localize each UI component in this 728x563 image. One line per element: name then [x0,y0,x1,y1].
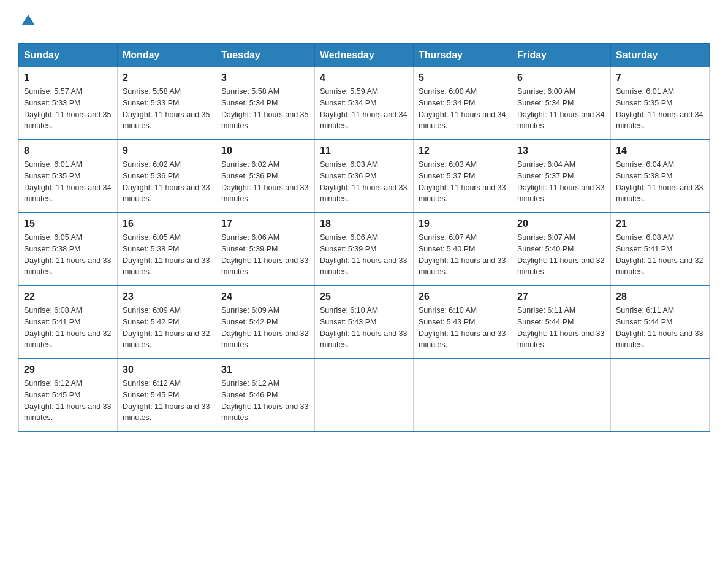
calendar-header-row: SundayMondayTuesdayWednesdayThursdayFrid… [19,44,710,67]
day-info: Sunrise: 6:09 AMSunset: 5:42 PMDaylight:… [221,305,309,351]
day-info: Sunrise: 6:01 AMSunset: 5:35 PMDaylight:… [616,86,704,132]
day-number: 9 [123,145,211,156]
column-header-thursday: Thursday [414,44,512,67]
day-cell [414,359,512,432]
day-number: 21 [616,218,704,229]
day-cell [315,359,414,432]
day-cell: 12Sunrise: 6:03 AMSunset: 5:37 PMDayligh… [414,140,512,213]
day-number: 1 [24,72,112,83]
day-number: 5 [419,72,507,83]
day-cell [512,359,611,432]
day-cell: 26Sunrise: 6:10 AMSunset: 5:43 PMDayligh… [414,286,512,359]
day-cell: 11Sunrise: 6:03 AMSunset: 5:36 PMDayligh… [315,140,414,213]
day-cell: 5Sunrise: 6:00 AMSunset: 5:34 PMDaylight… [414,67,512,140]
day-cell: 21Sunrise: 6:08 AMSunset: 5:41 PMDayligh… [611,213,710,286]
day-number: 30 [123,364,211,375]
day-info: Sunrise: 6:02 AMSunset: 5:36 PMDaylight:… [123,159,211,205]
day-info: Sunrise: 6:10 AMSunset: 5:43 PMDaylight:… [320,305,408,351]
day-info: Sunrise: 6:04 AMSunset: 5:38 PMDaylight:… [616,159,704,205]
week-row-3: 15Sunrise: 6:05 AMSunset: 5:38 PMDayligh… [19,213,710,286]
day-cell: 28Sunrise: 6:11 AMSunset: 5:44 PMDayligh… [611,286,710,359]
week-row-5: 29Sunrise: 6:12 AMSunset: 5:45 PMDayligh… [19,359,710,432]
day-cell: 3Sunrise: 5:58 AMSunset: 5:34 PMDaylight… [216,67,315,140]
day-cell: 27Sunrise: 6:11 AMSunset: 5:44 PMDayligh… [512,286,611,359]
day-info: Sunrise: 5:57 AMSunset: 5:33 PMDaylight:… [24,86,112,132]
day-info: Sunrise: 6:00 AMSunset: 5:34 PMDaylight:… [517,86,605,132]
day-info: Sunrise: 6:12 AMSunset: 5:45 PMDaylight:… [123,378,211,424]
logo [18,12,37,33]
day-cell: 7Sunrise: 6:01 AMSunset: 5:35 PMDaylight… [611,67,710,140]
day-number: 20 [517,218,605,229]
day-number: 17 [221,218,309,229]
day-cell: 17Sunrise: 6:06 AMSunset: 5:39 PMDayligh… [216,213,315,286]
day-info: Sunrise: 6:06 AMSunset: 5:39 PMDaylight:… [221,232,309,278]
column-header-sunday: Sunday [19,44,118,67]
day-number: 28 [616,291,704,302]
day-number: 23 [123,291,211,302]
day-cell: 20Sunrise: 6:07 AMSunset: 5:40 PMDayligh… [512,213,611,286]
day-info: Sunrise: 6:05 AMSunset: 5:38 PMDaylight:… [24,232,112,278]
day-number: 24 [221,291,309,302]
day-cell: 22Sunrise: 6:08 AMSunset: 5:41 PMDayligh… [19,286,118,359]
day-number: 14 [616,145,704,156]
day-info: Sunrise: 6:09 AMSunset: 5:42 PMDaylight:… [123,305,211,351]
day-number: 16 [123,218,211,229]
day-info: Sunrise: 6:07 AMSunset: 5:40 PMDaylight:… [517,232,605,278]
day-number: 31 [221,364,309,375]
day-number: 18 [320,218,408,229]
day-info: Sunrise: 6:08 AMSunset: 5:41 PMDaylight:… [24,305,112,351]
day-cell [611,359,710,432]
day-number: 11 [320,145,408,156]
day-cell: 9Sunrise: 6:02 AMSunset: 5:36 PMDaylight… [118,140,216,213]
day-info: Sunrise: 6:06 AMSunset: 5:39 PMDaylight:… [320,232,408,278]
day-cell: 10Sunrise: 6:02 AMSunset: 5:36 PMDayligh… [216,140,315,213]
day-info: Sunrise: 6:01 AMSunset: 5:35 PMDaylight:… [24,159,112,205]
column-header-monday: Monday [118,44,216,67]
day-cell: 29Sunrise: 6:12 AMSunset: 5:45 PMDayligh… [19,359,118,432]
calendar-table: SundayMondayTuesdayWednesdayThursdayFrid… [18,43,710,432]
day-number: 26 [419,291,507,302]
day-info: Sunrise: 6:12 AMSunset: 5:45 PMDaylight:… [24,378,112,424]
day-info: Sunrise: 6:02 AMSunset: 5:36 PMDaylight:… [221,159,309,205]
day-number: 19 [419,218,507,229]
week-row-2: 8Sunrise: 6:01 AMSunset: 5:35 PMDaylight… [19,140,710,213]
day-cell: 15Sunrise: 6:05 AMSunset: 5:38 PMDayligh… [19,213,118,286]
day-info: Sunrise: 5:58 AMSunset: 5:33 PMDaylight:… [123,86,211,132]
day-info: Sunrise: 6:04 AMSunset: 5:37 PMDaylight:… [517,159,605,205]
day-info: Sunrise: 6:11 AMSunset: 5:44 PMDaylight:… [616,305,704,351]
day-cell: 19Sunrise: 6:07 AMSunset: 5:40 PMDayligh… [414,213,512,286]
day-info: Sunrise: 6:00 AMSunset: 5:34 PMDaylight:… [419,86,507,132]
week-row-1: 1Sunrise: 5:57 AMSunset: 5:33 PMDaylight… [19,67,710,140]
day-number: 7 [616,72,704,83]
day-number: 22 [24,291,112,302]
day-cell: 2Sunrise: 5:58 AMSunset: 5:33 PMDaylight… [118,67,216,140]
day-cell: 6Sunrise: 6:00 AMSunset: 5:34 PMDaylight… [512,67,611,140]
day-number: 8 [24,145,112,156]
day-cell: 13Sunrise: 6:04 AMSunset: 5:37 PMDayligh… [512,140,611,213]
day-cell: 31Sunrise: 6:12 AMSunset: 5:46 PMDayligh… [216,359,315,432]
logo-text [18,12,37,33]
day-number: 15 [24,218,112,229]
day-number: 27 [517,291,605,302]
day-cell: 23Sunrise: 6:09 AMSunset: 5:42 PMDayligh… [118,286,216,359]
day-number: 4 [320,72,408,83]
column-header-friday: Friday [512,44,611,67]
day-number: 3 [221,72,309,83]
day-number: 10 [221,145,309,156]
day-cell: 18Sunrise: 6:06 AMSunset: 5:39 PMDayligh… [315,213,414,286]
day-cell: 25Sunrise: 6:10 AMSunset: 5:43 PMDayligh… [315,286,414,359]
day-info: Sunrise: 6:05 AMSunset: 5:38 PMDaylight:… [123,232,211,278]
column-header-tuesday: Tuesday [216,44,315,67]
day-info: Sunrise: 6:11 AMSunset: 5:44 PMDaylight:… [517,305,605,351]
logo-icon [20,12,37,29]
page-header [18,12,710,33]
day-number: 25 [320,291,408,302]
day-info: Sunrise: 5:59 AMSunset: 5:34 PMDaylight:… [320,86,408,132]
column-header-saturday: Saturday [611,44,710,67]
day-info: Sunrise: 5:58 AMSunset: 5:34 PMDaylight:… [221,86,309,132]
day-cell: 30Sunrise: 6:12 AMSunset: 5:45 PMDayligh… [118,359,216,432]
day-cell: 24Sunrise: 6:09 AMSunset: 5:42 PMDayligh… [216,286,315,359]
day-number: 6 [517,72,605,83]
day-info: Sunrise: 6:10 AMSunset: 5:43 PMDaylight:… [419,305,507,351]
week-row-4: 22Sunrise: 6:08 AMSunset: 5:41 PMDayligh… [19,286,710,359]
